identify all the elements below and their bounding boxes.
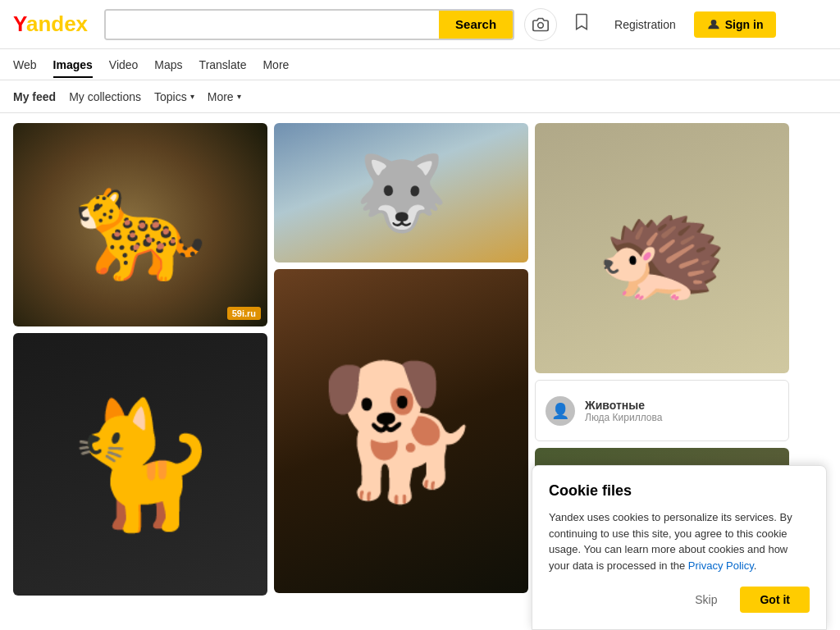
sub-nav: My feed My collections Topics ▾ More ▾	[0, 80, 840, 113]
nav-maps[interactable]: Maps	[154, 52, 182, 78]
image-watermark: 59i.ru	[227, 307, 261, 320]
logo-y: Y	[13, 11, 26, 36]
logo[interactable]: Yandex	[13, 11, 88, 37]
subnav-more-dropdown[interactable]: More ▾	[208, 90, 241, 103]
image-black-dog[interactable]: 🐕	[274, 269, 528, 593]
privacy-policy-link[interactable]: Privacy Policy	[688, 559, 754, 572]
nav-video[interactable]: Video	[109, 52, 139, 78]
registration-button[interactable]: Registration	[606, 13, 684, 36]
svg-point-1	[710, 20, 716, 25]
image-column-2: 🐺 🐕	[274, 123, 528, 620]
image-fluffy-cat-face[interactable]: 🦔	[535, 123, 789, 373]
svg-point-0	[538, 22, 544, 28]
subnav-topics-dropdown[interactable]: Topics ▾	[154, 90, 194, 103]
image-husky[interactable]: 🐺	[274, 123, 528, 262]
main-nav: Web Images Video Maps Translate More	[0, 49, 840, 80]
cookie-skip-button[interactable]: Skip	[682, 587, 730, 613]
subnav-mycollections[interactable]: My collections	[69, 90, 141, 103]
search-bar: Search	[104, 9, 514, 40]
cookie-buttons: Skip Got it	[549, 587, 810, 613]
cookie-banner: Cookie files Yandex uses cookies to pers…	[532, 465, 827, 630]
collection-author: Люда Кириллова	[585, 412, 662, 423]
bookmark-button[interactable]	[567, 10, 596, 39]
topics-chevron-icon: ▾	[190, 92, 194, 101]
collection-card[interactable]: 👤 Животные Люда Кириллова	[535, 380, 789, 441]
cookie-title: Cookie files	[549, 482, 810, 500]
cookie-accept-button[interactable]: Got it	[740, 587, 810, 613]
nav-web[interactable]: Web	[13, 52, 37, 78]
more-chevron-icon: ▾	[237, 92, 241, 101]
avatar: 👤	[546, 396, 575, 426]
signin-button[interactable]: Sign in	[694, 11, 777, 38]
cookie-text: Yandex uses cookies to personalize its s…	[549, 509, 810, 573]
header: Yandex Search Registration Sign in	[0, 0, 840, 49]
image-leopard[interactable]: 🐆 59i.ru	[13, 123, 267, 326]
subnav-myfeed[interactable]: My feed	[13, 90, 56, 103]
image-white-cat[interactable]: 🐈	[13, 333, 267, 596]
collection-title: Животные	[585, 399, 662, 412]
nav-images[interactable]: Images	[53, 52, 93, 78]
nav-more[interactable]: More	[262, 52, 289, 78]
search-button[interactable]: Search	[439, 11, 513, 39]
search-input[interactable]	[106, 11, 439, 39]
nav-translate[interactable]: Translate	[199, 52, 247, 78]
logo-andex: andex	[26, 11, 88, 36]
collection-info: Животные Люда Кириллова	[585, 399, 662, 423]
image-column-1: 🐆 59i.ru 🐈	[13, 123, 267, 620]
camera-search-button[interactable]	[524, 8, 557, 41]
